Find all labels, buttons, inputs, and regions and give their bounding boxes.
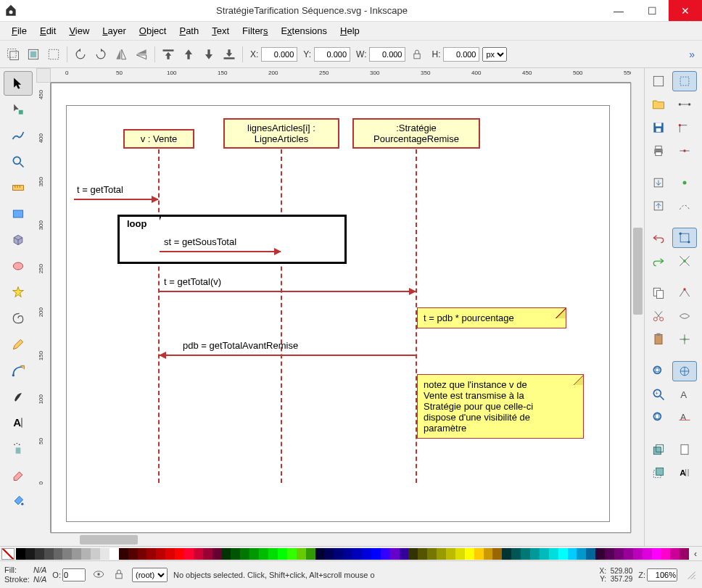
tweak-tool[interactable] xyxy=(4,123,33,148)
menu-layer[interactable]: Layer xyxy=(96,24,132,38)
swatch[interactable] xyxy=(194,548,203,560)
snap-bbox-icon[interactable] xyxy=(672,71,697,91)
flip-v-icon[interactable] xyxy=(133,46,150,63)
star-tool[interactable] xyxy=(4,280,33,305)
x-input[interactable] xyxy=(261,47,297,62)
y-input[interactable] xyxy=(314,47,350,62)
redo-icon[interactable] xyxy=(646,251,671,271)
swatch[interactable] xyxy=(427,548,437,560)
swatch[interactable] xyxy=(670,548,680,560)
menu-help[interactable]: Help xyxy=(334,24,366,38)
swatch[interactable] xyxy=(652,548,661,560)
snap-text-icon[interactable]: A xyxy=(672,384,697,405)
swatch[interactable] xyxy=(184,548,194,560)
deselect-icon[interactable] xyxy=(45,46,62,63)
rotate-cw-icon[interactable] xyxy=(92,46,110,63)
swatch[interactable] xyxy=(586,548,595,560)
swatch[interactable] xyxy=(324,548,334,560)
swatch[interactable] xyxy=(315,548,325,560)
swatch[interactable] xyxy=(492,548,502,560)
snap-path-icon[interactable] xyxy=(672,196,697,216)
paste-icon[interactable] xyxy=(646,329,671,349)
maximize-button[interactable]: ☐ xyxy=(635,0,669,21)
swatch[interactable] xyxy=(91,548,100,560)
swatch[interactable] xyxy=(408,548,418,560)
vertical-scrollbar[interactable] xyxy=(631,83,644,533)
swatch[interactable] xyxy=(418,548,427,560)
swatch[interactable] xyxy=(240,548,249,560)
layer-select[interactable]: (root) xyxy=(132,568,168,582)
spiral-tool[interactable] xyxy=(4,306,33,331)
calligraphy-tool[interactable] xyxy=(4,384,33,409)
snap-midpoint-icon[interactable] xyxy=(672,141,697,161)
swatch[interactable] xyxy=(680,548,689,560)
undo-icon[interactable] xyxy=(646,228,671,248)
swatch[interactable] xyxy=(212,548,222,560)
lock-aspect-icon[interactable] xyxy=(408,46,426,63)
canvas[interactable]: v : Vente lignesArticles[i] :LigneArticl… xyxy=(51,83,631,533)
swatch[interactable] xyxy=(511,548,521,560)
swatch[interactable] xyxy=(624,548,633,560)
swatch[interactable] xyxy=(25,548,35,560)
text-tool[interactable]: A xyxy=(4,410,33,435)
menu-path[interactable]: Path xyxy=(173,24,205,38)
zoom-input[interactable] xyxy=(647,568,677,581)
swatch[interactable] xyxy=(352,548,362,560)
ellipse-tool[interactable] xyxy=(4,254,33,278)
snap-baseline-icon[interactable]: A xyxy=(672,407,697,428)
swatch[interactable] xyxy=(614,548,624,560)
bezier-tool[interactable] xyxy=(4,358,33,383)
palette-more-icon[interactable]: ‹ xyxy=(689,549,702,559)
menu-object[interactable]: Object xyxy=(133,24,173,38)
resize-grip-icon[interactable] xyxy=(683,567,698,583)
swatch[interactable] xyxy=(577,548,586,560)
swatch[interactable] xyxy=(16,548,25,560)
lower-bottom-icon[interactable] xyxy=(220,46,238,63)
swatch[interactable] xyxy=(455,548,465,560)
swatch[interactable] xyxy=(138,548,147,560)
snap-page-icon[interactable] xyxy=(672,439,697,460)
swatch[interactable] xyxy=(362,548,371,560)
snap-enable-icon[interactable] xyxy=(646,71,671,91)
swatch[interactable] xyxy=(446,548,455,560)
swatch[interactable] xyxy=(100,548,110,560)
open-file-icon[interactable] xyxy=(646,94,671,115)
selector-tool[interactable] xyxy=(4,71,33,96)
zoom-page-icon[interactable] xyxy=(646,407,671,428)
swatch[interactable] xyxy=(146,548,156,560)
swatch[interactable] xyxy=(287,548,297,560)
h-input[interactable] xyxy=(443,47,479,62)
swatch[interactable] xyxy=(595,548,605,560)
swatch[interactable] xyxy=(306,548,315,560)
no-fill-swatch[interactable] xyxy=(1,548,15,560)
snap-center-icon[interactable] xyxy=(672,329,697,349)
select-same-icon[interactable] xyxy=(25,46,42,63)
snap-nodes-icon[interactable] xyxy=(672,228,697,248)
swatch[interactable] xyxy=(484,548,493,560)
swatch[interactable] xyxy=(62,548,72,560)
menu-file[interactable]: File xyxy=(6,24,33,38)
flip-h-icon[interactable] xyxy=(112,46,130,63)
pencil-tool[interactable] xyxy=(4,332,33,357)
swatch[interactable] xyxy=(558,548,568,560)
export-icon[interactable] xyxy=(646,196,671,216)
horizontal-scrollbar[interactable] xyxy=(51,533,631,546)
ruler-horizontal[interactable]: 050100150200250300350400450500550 xyxy=(51,68,631,83)
snap-rotation-icon[interactable] xyxy=(672,361,697,381)
save-icon[interactable] xyxy=(646,117,671,138)
unit-select[interactable]: px xyxy=(482,47,507,62)
snap-intersection-icon[interactable] xyxy=(672,251,697,271)
print-icon[interactable] xyxy=(646,141,671,161)
raise-icon[interactable] xyxy=(180,46,197,63)
swatch[interactable] xyxy=(259,548,268,560)
swatch[interactable] xyxy=(297,548,306,560)
swatch[interactable] xyxy=(54,548,63,560)
zoom-sel-icon[interactable] xyxy=(646,361,671,381)
measure-tool[interactable] xyxy=(4,175,33,200)
lower-icon[interactable] xyxy=(200,46,218,63)
swatch[interactable] xyxy=(343,548,352,560)
swatch[interactable] xyxy=(165,548,175,560)
eraser-tool[interactable] xyxy=(4,463,33,487)
snap-edge-icon[interactable] xyxy=(672,94,697,115)
swatch[interactable] xyxy=(110,548,119,560)
